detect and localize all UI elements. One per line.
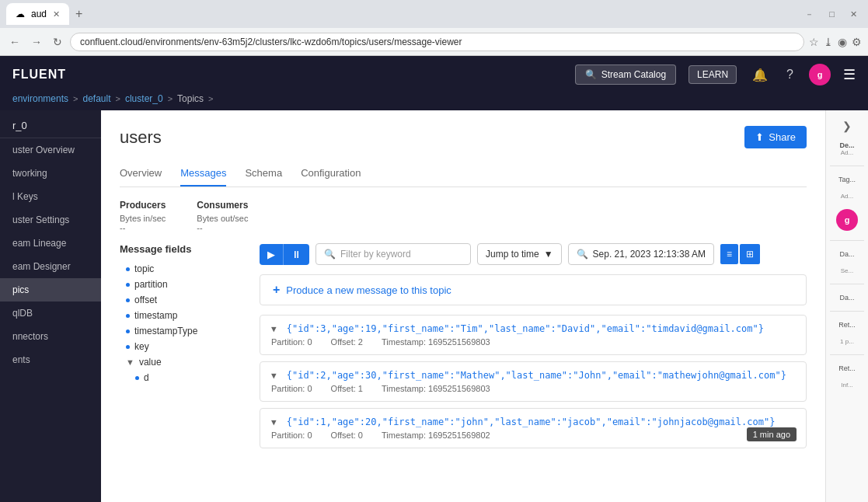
window-close-button[interactable]: ✕	[845, 8, 862, 21]
messages-scroll-area: ▼ {"id":3,"age":19,"first_name":"Tim","l…	[260, 315, 807, 455]
sidebar-item-clients[interactable]: ents	[0, 348, 101, 371]
window-minimize-button[interactable]: －	[800, 7, 818, 22]
lower-area: Message fields topic partition offset ti…	[120, 243, 807, 455]
field-label-timestamptype: timestampType	[134, 326, 197, 336]
field-topic: topic	[120, 261, 244, 277]
rp-divider-1	[830, 166, 863, 166]
timestamp-value: Sep. 21, 2023 12:13:38 AM	[593, 249, 706, 260]
message-json-1[interactable]: ▼ {"id":2,"age":30,"first_name":"Mathew"…	[271, 370, 795, 381]
produce-plus-icon: +	[273, 283, 280, 297]
hamburger-menu[interactable]: ☰	[843, 66, 856, 83]
filter-search-icon: 🔍	[324, 249, 336, 260]
search-icon: 🔍	[585, 69, 597, 80]
breadcrumb-sep-3: >	[168, 94, 173, 103]
breadcrumb-environments[interactable]: environments	[12, 93, 68, 104]
message-json-text-1: {"id":2,"age":30,"first_name":"Mathew","…	[287, 370, 786, 381]
field-label-value: value	[139, 357, 162, 368]
rp-avatar-container: g	[836, 209, 858, 231]
share-icon: ⬆	[755, 131, 764, 143]
field-key: key	[120, 339, 244, 354]
message-item-1: ▼ {"id":2,"age":30,"first_name":"Mathew"…	[260, 361, 807, 402]
breadcrumb-sep-1: >	[73, 94, 78, 103]
bookmark-icon[interactable]: ☆	[809, 36, 819, 48]
field-label-topic: topic	[134, 263, 154, 274]
sidebar-item-ksqldb[interactable]: qlDB	[0, 302, 101, 325]
play-button[interactable]: ▶	[260, 244, 283, 265]
refresh-button[interactable]: ↻	[50, 33, 65, 51]
jump-to-time-dropdown[interactable]: Jump to time ▼	[477, 243, 562, 265]
filter-input-container[interactable]: 🔍 Filter by keyword	[315, 243, 471, 265]
expand-arrow-1[interactable]: ▼	[271, 371, 277, 381]
field-timestamptype: timestampType	[120, 323, 244, 339]
rp-ret1-sub: 1 p...	[840, 338, 854, 345]
tab-messages[interactable]: Messages	[180, 161, 226, 187]
profile-icon[interactable]: ◉	[838, 36, 847, 48]
back-button[interactable]: ←	[6, 33, 23, 51]
field-value[interactable]: ▼ value	[120, 354, 244, 370]
field-label-id: d	[144, 372, 149, 383]
address-bar[interactable]: confluent.cloud/environments/env-63m5j2/…	[70, 33, 804, 51]
tab-favicon: ☁	[16, 9, 25, 19]
learn-button[interactable]: LEARN	[688, 65, 737, 84]
messages-panel: ▶ ⏸ 🔍 Filter by keyword Jump to time ▼ 🔍…	[260, 243, 807, 455]
notification-icon[interactable]: 🔔	[749, 64, 771, 85]
tab-schema[interactable]: Schema	[245, 161, 282, 187]
page-header: users ⬆ Share	[120, 126, 807, 148]
msg-timestamp-0: Timestamp: 1695251569803	[382, 337, 490, 347]
sidebar-item-cluster-settings[interactable]: uster Settings	[0, 208, 101, 232]
tab-bar: Overview Messages Schema Configuration	[120, 161, 807, 187]
new-tab-button[interactable]: +	[75, 7, 82, 21]
msg-timestamp-1: Timestamp: 1695251569803	[382, 384, 490, 393]
rp-add2: Ad...	[841, 193, 853, 200]
page-title: users	[120, 127, 162, 148]
chevron-down-icon: ▼	[544, 249, 553, 260]
message-meta-1: Partition: 0 Offset: 1 Timestamp: 169525…	[271, 384, 795, 393]
list-view-button[interactable]: ≡	[720, 244, 738, 264]
help-icon[interactable]: ?	[783, 64, 797, 85]
browser-tab[interactable]: ☁ aud ✕	[6, 3, 69, 25]
extensions-icon[interactable]: ⚙	[852, 36, 862, 48]
message-meta-2: Partition: 0 Offset: 0 Timestamp: 169525…	[271, 431, 795, 440]
sidebar-item-topics[interactable]: pics	[0, 278, 101, 302]
msg-partition-0: Partition: 0	[271, 337, 312, 347]
field-label-key: key	[134, 341, 149, 352]
tab-configuration[interactable]: Configuration	[301, 161, 361, 187]
forward-button[interactable]: →	[28, 33, 45, 51]
expand-arrow-0[interactable]: ▼	[271, 324, 277, 334]
app-body: r_0 uster Overview tworking l Keys uster…	[0, 110, 868, 502]
timestamp-input[interactable]: 🔍 Sep. 21, 2023 12:13:38 AM	[568, 243, 714, 265]
pause-button[interactable]: ⏸	[283, 244, 309, 265]
message-tooltip-2: 1 min ago	[747, 427, 797, 441]
tab-overview[interactable]: Overview	[120, 161, 162, 187]
rp-ret2: Ret...	[838, 364, 856, 372]
download-icon[interactable]: ⤓	[824, 36, 833, 48]
window-maximize-button[interactable]: □	[824, 8, 839, 20]
jump-label: Jump to time	[486, 249, 539, 260]
breadcrumb-cluster[interactable]: cluster_0	[125, 93, 163, 104]
message-json-0[interactable]: ▼ {"id":3,"age":19,"first_name":"Tim","l…	[271, 323, 795, 334]
field-timestamp: timestamp	[120, 308, 244, 323]
expand-arrow-2[interactable]: ▼	[271, 417, 277, 427]
sidebar-item-stream-lineage[interactable]: eam Lineage	[0, 232, 101, 255]
consumers-section: Consumers Bytes out/sec --	[197, 200, 248, 232]
sidebar-item-connectors[interactable]: nnectors	[0, 325, 101, 348]
sidebar-item-stream-designer[interactable]: eam Designer	[0, 255, 101, 278]
message-json-2[interactable]: ▼ {"id":1,"age":20,"first_name":"john","…	[271, 417, 795, 427]
breadcrumb-default[interactable]: default	[82, 93, 110, 104]
produce-message-bar[interactable]: + Produce a new message to this topic	[260, 274, 807, 305]
sidebar-item-cluster-overview[interactable]: uster Overview	[0, 138, 101, 162]
msg-partition-1: Partition: 0	[271, 384, 312, 393]
sidebar-item-networking[interactable]: tworking	[0, 162, 101, 185]
stream-catalog-search[interactable]: 🔍 Stream Catalog	[575, 64, 676, 85]
user-avatar[interactable]: g	[809, 64, 831, 85]
collapse-panel-button[interactable]: ❯	[842, 120, 852, 132]
tab-close-button[interactable]: ✕	[53, 9, 60, 19]
field-dot-id	[135, 376, 139, 380]
rp-user-badge[interactable]: g	[836, 209, 858, 231]
field-value-id: d	[120, 370, 244, 385]
sidebar-item-api-keys[interactable]: l Keys	[0, 185, 101, 208]
share-button[interactable]: ⬆ Share	[744, 126, 807, 148]
expand-value-icon[interactable]: ▼	[126, 357, 134, 367]
grid-view-button[interactable]: ⊞	[740, 244, 760, 264]
view-toggle-group: ≡ ⊞	[720, 244, 760, 264]
